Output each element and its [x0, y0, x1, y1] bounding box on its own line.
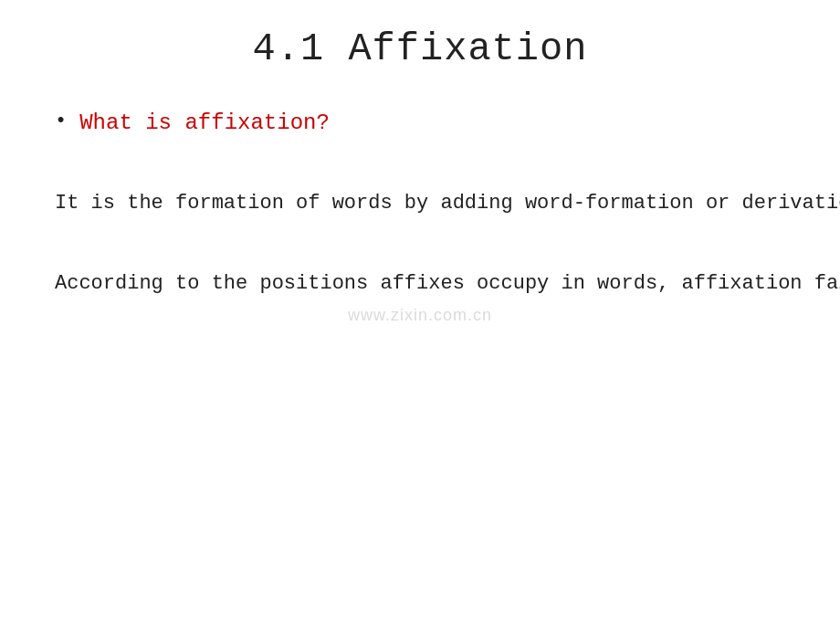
watermark: www.zixin.com.cn — [348, 306, 492, 325]
indent-2 — [55, 237, 99, 268]
paragraph-1: It is the formation of words by adding w… — [55, 157, 785, 219]
paragraph-2: According to the positions affixes occup… — [55, 237, 785, 299]
indent-1 — [55, 157, 99, 188]
page-title: 4.1 Affixation — [55, 27, 785, 71]
bullet-label: What is affixation? — [79, 108, 330, 139]
page-container: 4.1 Affixation • What is affixation? It … — [0, 0, 840, 630]
bullet-section: • What is affixation? — [55, 108, 785, 139]
bullet-dot: • — [55, 108, 67, 136]
bullet-item: • What is affixation? — [55, 108, 785, 139]
